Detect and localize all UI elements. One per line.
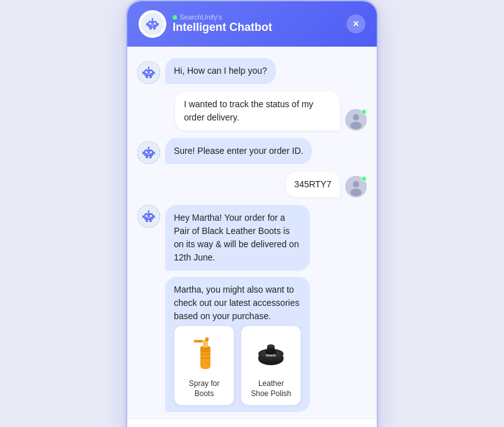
svg-rect-53	[205, 337, 209, 341]
bot-icon-3	[137, 205, 160, 228]
svg-rect-21	[149, 76, 152, 78]
polish-image: black	[253, 332, 289, 375]
bot-bubble-4: Martha, you might also want to check out…	[165, 277, 310, 412]
spray-name: Spray for Boots	[182, 379, 226, 399]
bot-bubble-1: Hi, How can I help you?	[165, 58, 276, 84]
svg-rect-49	[149, 220, 152, 222]
message-row-1: Hi, How can I help you?	[137, 58, 367, 84]
polish-svg: black	[253, 336, 289, 371]
svg-rect-34	[146, 156, 148, 158]
svg-rect-10	[153, 28, 156, 30]
svg-rect-8	[157, 23, 159, 26]
bot-avatar-2	[137, 141, 160, 164]
product-card-polish[interactable]: black Leather Shoe Polish	[241, 325, 301, 406]
svg-rect-18	[142, 71, 144, 74]
svg-point-37	[353, 181, 359, 187]
polish-name: Leather Shoe Polish	[249, 379, 293, 399]
online-dot	[173, 15, 177, 20]
svg-point-64	[267, 344, 275, 348]
chat-header: SearchUnify's Intelligent Chatbot ×	[127, 1, 377, 47]
user-bubble-2: 345RTY7	[285, 172, 340, 197]
svg-rect-56	[200, 354, 210, 355]
svg-point-38	[350, 189, 362, 196]
svg-rect-26	[144, 149, 153, 156]
svg-rect-41	[146, 215, 147, 217]
message-row-4: 345RTY7	[137, 172, 367, 197]
svg-rect-19	[153, 71, 155, 74]
svg-rect-40	[144, 213, 153, 220]
svg-rect-46	[142, 215, 144, 218]
svg-rect-2	[149, 23, 151, 25]
svg-point-17	[148, 67, 150, 69]
message-row-3: Sure! Please enter your order ID.	[137, 138, 367, 164]
bot-bubble-2: Sure! Please enter your order ID.	[165, 138, 312, 164]
svg-rect-4	[151, 25, 154, 26]
svg-point-6	[152, 18, 154, 20]
bot-bubble-3: Hey Martha! Your order for a Pair of Bla…	[165, 205, 310, 271]
svg-rect-20	[146, 76, 148, 78]
user-avatar-2	[345, 176, 367, 197]
svg-rect-32	[142, 151, 144, 155]
header-subtitle: SearchUnify's	[173, 13, 272, 21]
header-subtitle-text: SearchUnify's	[180, 13, 222, 21]
svg-point-23	[353, 114, 359, 120]
svg-rect-15	[147, 73, 150, 74]
robot-svg	[141, 13, 164, 35]
svg-rect-7	[146, 23, 148, 26]
chat-window: SearchUnify's Intelligent Chatbot ×	[126, 0, 378, 427]
svg-rect-48	[146, 220, 148, 222]
user-online-dot-2	[361, 176, 367, 182]
bot-messages-col: Hey Martha! Your order for a Pair of Bla…	[165, 205, 367, 412]
message-row-2: I wanted to track the status of my order…	[137, 91, 367, 131]
chat-input-area	[127, 418, 377, 427]
product-card-spray[interactable]: Spray for Boots	[174, 325, 234, 406]
spray-svg	[192, 335, 217, 373]
svg-text:black: black	[266, 353, 277, 357]
svg-rect-13	[146, 71, 147, 73]
svg-rect-9	[149, 28, 152, 30]
svg-point-24	[350, 122, 362, 129]
svg-rect-27	[146, 151, 147, 153]
user-online-dot-1	[361, 109, 367, 115]
bot-avatar-3	[137, 205, 160, 228]
header-title: Intelligent Chatbot	[173, 21, 272, 35]
svg-rect-12	[144, 69, 153, 76]
svg-rect-3	[154, 23, 156, 25]
user-bubble-1: I wanted to track the status of my order…	[175, 91, 340, 131]
svg-rect-57	[200, 358, 210, 359]
svg-rect-33	[153, 151, 155, 155]
header-left: SearchUnify's Intelligent Chatbot	[139, 10, 272, 38]
svg-point-55	[194, 340, 197, 343]
svg-rect-42	[150, 215, 152, 217]
chat-body: Hi, How can I help you? I wanted to trac…	[127, 47, 377, 418]
header-text: SearchUnify's Intelligent Chatbot	[173, 13, 272, 35]
svg-rect-35	[149, 156, 152, 158]
svg-rect-1	[148, 21, 157, 28]
svg-rect-43	[147, 217, 150, 218]
close-button[interactable]: ×	[346, 15, 365, 33]
svg-point-31	[148, 147, 150, 149]
bot-icon-1	[137, 61, 160, 84]
svg-rect-28	[150, 151, 152, 153]
accessories-text: Martha, you might also want to check out…	[174, 284, 299, 321]
bot-avatar-header	[139, 10, 166, 38]
bot-icon-2	[137, 141, 160, 164]
svg-rect-14	[150, 71, 152, 73]
bot-avatar-1	[137, 61, 160, 84]
svg-rect-47	[153, 215, 155, 218]
product-row: Spray for Boots	[174, 325, 301, 406]
spray-image	[186, 332, 222, 375]
message-block-bot-3: Hey Martha! Your order for a Pair of Bla…	[137, 205, 367, 412]
svg-rect-29	[147, 153, 150, 155]
svg-point-45	[148, 211, 150, 213]
user-avatar-1	[345, 109, 367, 131]
